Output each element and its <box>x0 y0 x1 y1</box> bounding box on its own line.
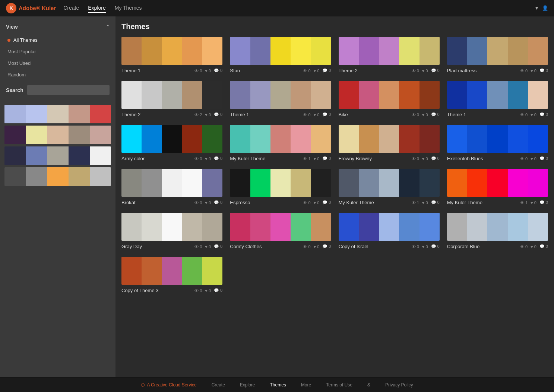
footer-terms-link[interactable]: Terms of Use <box>326 382 352 388</box>
theme-card[interactable]: Theme 1 👁 0 ♥ 0 💬 0 <box>230 81 331 117</box>
color-swatch <box>162 125 182 153</box>
theme-card[interactable]: Brokat 👁 0 ♥ 0 💬 0 <box>121 169 222 205</box>
view-stat: 👁 0 <box>412 157 419 161</box>
comment-stat: 💬 0 <box>214 112 222 117</box>
sidebar-item-most-popular[interactable]: Most Popular <box>0 46 115 57</box>
color-swatch <box>162 37 182 65</box>
like-stat: ♥ 0 <box>205 288 211 293</box>
color-swatch <box>359 213 379 241</box>
user-icon[interactable]: 👤 <box>542 5 548 11</box>
comment-stat: 💬 0 <box>322 112 331 117</box>
footer-privacy-link[interactable]: Privacy Policy <box>385 382 413 388</box>
theme-card[interactable]: Comfy Clothes 👁 0 ♥ 0 💬 0 <box>230 213 331 249</box>
color-swatch <box>528 169 548 197</box>
sidebar-item-most-used[interactable]: Most Used <box>0 57 115 69</box>
theme-swatches <box>339 169 440 197</box>
footer-themes-link[interactable]: Themes <box>270 382 286 388</box>
footer-create-link[interactable]: Create <box>212 382 225 388</box>
comment-stat: 💬 0 <box>431 156 440 161</box>
theme-swatches <box>121 257 222 285</box>
theme-card[interactable]: My Kuler Theme 👁 1 ♥ 0 💬 0 <box>339 169 440 205</box>
color-swatch <box>379 81 399 109</box>
color-swatch <box>420 81 440 109</box>
nav-explore[interactable]: Explore <box>88 3 105 13</box>
like-stat: ♥ 0 <box>422 113 428 117</box>
kuler-logo-icon: ⬡ <box>141 382 145 388</box>
sidebar-theme-4[interactable] <box>4 167 111 186</box>
logo[interactable]: K Adobe® Kuler <box>6 3 56 13</box>
theme-swatches <box>230 213 331 241</box>
theme-card[interactable]: Theme 1 👁 0 ♥ 0 💬 0 <box>447 81 548 117</box>
theme-card[interactable]: Gray Day 👁 0 ♥ 0 💬 0 <box>121 213 222 249</box>
color-swatch <box>508 37 528 65</box>
footer-more-link[interactable]: More <box>301 382 311 388</box>
color-swatch <box>420 169 440 197</box>
comment-stat: 💬 0 <box>214 68 222 73</box>
footer-explore-link[interactable]: Explore <box>240 382 255 388</box>
color-swatch <box>202 213 222 241</box>
sidebar-theme-3[interactable] <box>4 146 111 165</box>
color-swatch <box>250 37 270 65</box>
main-layout: View ⌃ All Themes Most Popular Most Used… <box>0 16 554 392</box>
view-chevron-icon[interactable]: ⌃ <box>106 24 110 29</box>
color-swatch <box>508 125 528 153</box>
theme-card[interactable]: Stan 👁 0 ♥ 0 💬 0 <box>230 37 331 73</box>
like-stat: ♥ 0 <box>531 113 536 117</box>
theme-stats: 👁 0 ♥ 0 💬 0 <box>520 156 548 161</box>
comment-stat: 💬 0 <box>539 112 548 117</box>
theme-swatches <box>339 213 440 241</box>
sidebar-theme-2[interactable] <box>4 126 111 144</box>
color-swatch <box>182 257 202 285</box>
theme-stats: 👁 0 ♥ 0 💬 0 <box>520 244 548 249</box>
nav-my-themes[interactable]: My Themes <box>115 3 142 13</box>
color-swatch <box>420 213 440 241</box>
theme-stats: 👁 0 ♥ 0 💬 0 <box>520 68 548 73</box>
theme-card[interactable]: Copy of Theme 3 👁 0 ♥ 0 💬 0 <box>121 257 222 293</box>
color-swatch <box>447 37 467 65</box>
nav-create[interactable]: Create <box>63 3 79 13</box>
sidebar-item-all-themes[interactable]: All Themes <box>0 34 115 46</box>
theme-card[interactable]: Theme 1 👁 0 ♥ 0 💬 0 <box>121 37 222 73</box>
color-swatch <box>162 169 182 197</box>
theme-card[interactable]: Copy of Israel 👁 0 ♥ 0 💬 0 <box>339 213 440 249</box>
like-stat: ♥ 0 <box>531 200 536 205</box>
view-stat: 👁 0 <box>520 113 528 117</box>
sidebar-item-random[interactable]: Random <box>0 69 115 80</box>
color-swatch <box>528 81 548 109</box>
comment-stat: 💬 0 <box>539 200 548 205</box>
theme-stats: 👁 0 ♥ 0 💬 0 <box>412 156 440 161</box>
theme-swatches <box>339 37 440 65</box>
theme-card[interactable]: My Kuler Theme 👁 1 ♥ 0 💬 0 <box>230 125 331 161</box>
theme-swatches <box>230 81 331 109</box>
like-stat: ♥ 0 <box>314 157 320 161</box>
theme-card[interactable]: Bike 👁 0 ♥ 0 💬 0 <box>339 81 440 117</box>
search-input[interactable] <box>27 85 110 95</box>
theme-card[interactable]: Espresso 👁 0 ♥ 0 💬 0 <box>230 169 331 205</box>
sidebar-label-most-popular: Most Popular <box>7 49 36 54</box>
theme-card[interactable]: Theme 2 👁 0 ♥ 0 💬 0 <box>339 37 440 73</box>
theme-card[interactable]: My Kuler Theme 👁 1 ♥ 0 💬 0 <box>447 169 548 205</box>
theme-card[interactable]: Frowny Browny 👁 0 ♥ 0 💬 0 <box>339 125 440 161</box>
color-swatch <box>142 81 162 109</box>
theme-swatches <box>121 125 222 153</box>
color-swatch <box>311 169 331 197</box>
theme-name: Plad mattress <box>447 68 477 73</box>
theme-card[interactable]: Army color 👁 0 ♥ 0 💬 0 <box>121 125 222 161</box>
color-swatch <box>399 37 419 65</box>
view-stat: 👁 0 <box>194 288 202 293</box>
theme-card[interactable]: Plad mattress 👁 0 ♥ 0 💬 0 <box>447 37 548 73</box>
theme-card[interactable]: Exellentoh Blues 👁 0 ♥ 0 💬 0 <box>447 125 548 161</box>
color-swatch <box>339 213 359 241</box>
color-swatch <box>487 81 507 109</box>
like-stat: ♥ 0 <box>314 200 320 205</box>
theme-swatches <box>121 37 222 65</box>
theme-card[interactable]: Theme 2 👁 2 ♥ 0 💬 0 <box>121 81 222 117</box>
theme-card[interactable]: Corporate Blue 👁 0 ♥ 0 💬 0 <box>447 213 548 249</box>
sidebar-label-random: Random <box>7 72 26 78</box>
sidebar-theme-1[interactable] <box>4 105 111 123</box>
theme-stats: 👁 1 ♥ 0 💬 0 <box>520 200 548 205</box>
comment-stat: 💬 0 <box>539 156 548 161</box>
theme-name: Theme 2 <box>121 112 140 117</box>
like-stat: ♥ 0 <box>314 244 320 249</box>
color-swatch <box>250 81 270 109</box>
